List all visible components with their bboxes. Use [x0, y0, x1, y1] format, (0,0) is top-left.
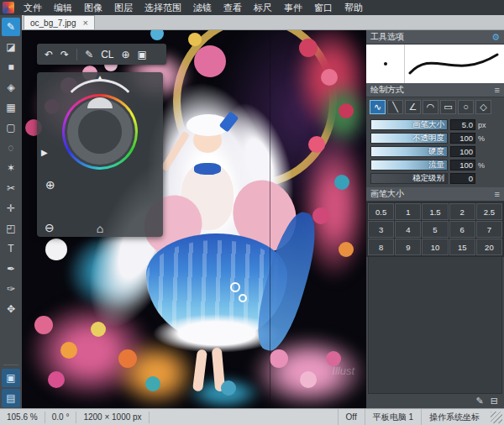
- brush-size-preset[interactable]: 3: [368, 221, 394, 238]
- menu-item-view[interactable]: 查看: [218, 0, 248, 15]
- zoom-level[interactable]: 105.6 %: [0, 412, 45, 423]
- fit-view-icon[interactable]: ⌂: [97, 222, 103, 235]
- tablet-button[interactable]: 平板电脑 1: [365, 409, 421, 425]
- tool-brush[interactable]: ✎: [2, 18, 20, 36]
- brush-size-preset[interactable]: 7: [476, 221, 502, 238]
- mode-ellipse[interactable]: ○: [458, 100, 474, 114]
- menu-item-window[interactable]: 窗口: [308, 0, 339, 15]
- flow-slider[interactable]: 流量: [370, 160, 448, 171]
- brush-size-preset[interactable]: 1.5: [422, 203, 448, 220]
- slider-group: 画笔大小 5.0 px 不透明度 100 % 硬度 100: [366, 118, 504, 187]
- select-rect-icon: ▢: [6, 122, 15, 134]
- tool-move[interactable]: ✛: [2, 199, 20, 218]
- menu-item-help[interactable]: 帮助: [339, 0, 369, 15]
- stabilizer-value[interactable]: 0: [450, 173, 475, 184]
- mode-polyline[interactable]: ∠: [405, 100, 421, 114]
- tool-bucket[interactable]: ◈: [2, 78, 20, 97]
- panel-menu-icon[interactable]: ≡: [495, 189, 500, 199]
- add-brush-icon[interactable]: ✎: [476, 396, 484, 407]
- menu-item-image[interactable]: 图像: [78, 0, 108, 15]
- slider-label: 流量: [428, 160, 444, 171]
- text-icon: T: [8, 243, 13, 254]
- mode-rectangle[interactable]: ▭: [440, 100, 456, 114]
- tool-options-title: 工具选项: [370, 31, 404, 43]
- window-icon[interactable]: ▣: [138, 49, 147, 60]
- menu-bar: 文件 编辑 图像 图层 选择范围 滤镜 查看 标尺 事件 窗口 帮助: [0, 0, 504, 15]
- stabilizer-slider[interactable]: 稳定级别: [370, 173, 448, 184]
- tool-eyedropper[interactable]: ✑: [2, 280, 20, 298]
- menu-item-event[interactable]: 事件: [278, 0, 308, 15]
- color-wheel-panel: ▲ ▶ ⊕ ⊖ ⌂: [37, 72, 163, 237]
- tool-hand[interactable]: ✥: [2, 300, 20, 318]
- brush-size-list-area: [368, 257, 502, 394]
- opacity-slider[interactable]: 不透明度: [370, 133, 448, 144]
- menu-item-select[interactable]: 选择范围: [139, 0, 187, 15]
- brush-size-preset[interactable]: 15: [449, 239, 475, 255]
- panel-menu-icon[interactable]: ≡: [495, 85, 500, 95]
- zoom-in-icon[interactable]: ⊕: [45, 178, 55, 192]
- brush-size-preset[interactable]: 2.5: [476, 203, 502, 220]
- panel-toggle-2-button[interactable]: ▤: [2, 389, 20, 407]
- delete-brush-icon[interactable]: ⊟: [491, 396, 498, 407]
- brush-size-preset[interactable]: 1: [395, 203, 421, 220]
- brush-size-preset[interactable]: 9: [395, 239, 421, 255]
- panel-toggle-1-button[interactable]: ▣: [2, 369, 20, 387]
- menu-item-layer[interactable]: 图层: [108, 0, 139, 15]
- gear-icon[interactable]: ⚙: [491, 32, 500, 43]
- brush-size-preset[interactable]: 8: [368, 239, 394, 255]
- tool-select-rect[interactable]: ▢: [2, 118, 20, 137]
- slider-unit: %: [478, 134, 490, 143]
- tool-fill[interactable]: ■: [2, 58, 20, 76]
- tool-gradient[interactable]: ▦: [2, 98, 20, 117]
- menu-item-file[interactable]: 文件: [18, 0, 48, 15]
- document-tab[interactable]: oc_bg_7.jpg ×: [24, 15, 95, 29]
- watermark: Illust: [332, 365, 354, 377]
- tool-magic-wand[interactable]: ✶: [2, 159, 20, 177]
- brush-size-preset[interactable]: 6: [449, 221, 475, 238]
- brush-size-slider[interactable]: 画笔大小: [370, 119, 448, 130]
- tool-select-pen[interactable]: ✂: [2, 179, 20, 197]
- tool-eraser[interactable]: ◪: [2, 38, 20, 56]
- gradient-icon: ▦: [6, 102, 15, 113]
- mode-curve[interactable]: ◠: [423, 100, 438, 114]
- tool-pen[interactable]: ✒: [2, 260, 20, 278]
- mode-freehand[interactable]: ∿: [370, 100, 386, 114]
- brush-size-preset[interactable]: 10: [422, 239, 448, 255]
- coords-mode-button[interactable]: 操作系统坐标: [421, 409, 487, 425]
- off-toggle[interactable]: Off: [338, 409, 365, 425]
- guide-line: [270, 30, 270, 408]
- brush-mode-icon[interactable]: ✎: [85, 49, 93, 60]
- brush-size-preset[interactable]: 4: [395, 221, 421, 238]
- menu-item-ruler[interactable]: 标尺: [248, 0, 278, 15]
- canvas[interactable]: Illust ↶ ↷ ✎ CL ⊕ ▣ ▲: [22, 30, 366, 408]
- brush-size-value[interactable]: 5.0: [450, 119, 475, 130]
- rotation-value[interactable]: 0.0 °: [45, 412, 77, 423]
- redo-icon[interactable]: ↷: [60, 49, 69, 60]
- clear-button[interactable]: CL: [101, 49, 113, 60]
- crosshair-icon[interactable]: ⊕: [122, 49, 130, 60]
- panel-expand-icon[interactable]: ▶: [41, 148, 48, 157]
- flow-value[interactable]: 100: [450, 160, 475, 171]
- zoom-out-icon[interactable]: ⊖: [45, 221, 55, 234]
- hardness-slider[interactable]: 硬度: [370, 146, 448, 157]
- pen-icon: ✒: [7, 263, 15, 275]
- menu-item-filter[interactable]: 滤镜: [187, 0, 218, 15]
- brush-size-preset[interactable]: 2: [449, 203, 475, 220]
- tool-text[interactable]: T: [2, 239, 20, 258]
- brush-size-preset[interactable]: 0.5: [368, 203, 394, 220]
- resize-grip[interactable]: [491, 412, 502, 423]
- tool-lasso[interactable]: ◌: [2, 139, 20, 157]
- color-donut[interactable]: [67, 99, 133, 165]
- mode-line[interactable]: ╲: [387, 100, 403, 114]
- opacity-value[interactable]: 100: [450, 133, 475, 144]
- menu-item-edit[interactable]: 编辑: [48, 0, 78, 15]
- undo-icon[interactable]: ↶: [45, 49, 53, 60]
- tool-transform[interactable]: ◰: [2, 219, 20, 238]
- brush-size-preset[interactable]: 5: [422, 221, 448, 238]
- tab-close-icon[interactable]: ×: [83, 18, 88, 27]
- mode-polygon[interactable]: ◇: [475, 100, 491, 114]
- brush-size-panel-title: 画笔大小: [370, 188, 404, 200]
- hardness-value[interactable]: 100: [450, 146, 475, 157]
- brush-size-preset[interactable]: 20: [476, 239, 502, 255]
- left-toolbar: ✎ ◪ ■ ◈ ▦ ▢ ◌ ✶ ✂ ✛ ◰ T ✒ ✑ ✥ ▣ ▤: [0, 15, 22, 408]
